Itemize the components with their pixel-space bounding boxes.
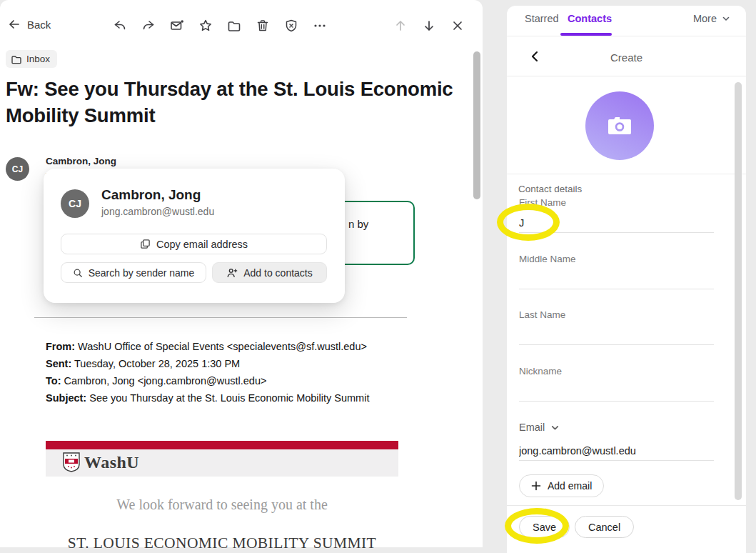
copy-email-button[interactable]: Copy email address [61, 234, 327, 254]
mark-unread-icon[interactable] [168, 16, 186, 35]
field-middle-name: Middle Name [519, 254, 714, 289]
cancel-button[interactable]: Cancel [575, 516, 634, 538]
email-body-title: ST. LOUIS ECONOMIC MOBILITY SUMMIT [31, 534, 413, 552]
search-by-sender-button[interactable]: Search by sender name [61, 262, 206, 283]
brand-red-bar [46, 441, 398, 449]
more-menu-button[interactable]: More [693, 13, 730, 24]
sender-name[interactable]: Cambron, Jong [46, 156, 116, 166]
search-icon [73, 268, 83, 278]
middle-name-label: Middle Name [519, 254, 714, 264]
reply-icon[interactable] [111, 16, 129, 35]
contacts-tabs: Starred Contacts More [507, 6, 746, 36]
app-window: Back [0, 0, 756, 553]
more-options-icon[interactable] [311, 16, 329, 35]
add-to-contacts-label: Add to contacts [243, 267, 313, 279]
mail-toolbar: Back [0, 11, 483, 40]
email-type-label: Email [519, 422, 545, 433]
forwarded-headers: From: WashU Office of Special Events <sp… [46, 338, 369, 407]
back-button[interactable]: Back [7, 17, 51, 31]
field-nickname: Nickname [519, 366, 714, 402]
back-arrow-icon [7, 17, 21, 31]
washu-shield-icon [63, 452, 80, 472]
contact-details-label: Contact details [518, 184, 582, 194]
sender-contact-popup: CJ Cambron, Jong jong.cambron@wustl.edu … [44, 169, 345, 303]
first-name-input[interactable] [519, 214, 714, 233]
notice-clipped-text: n by [348, 218, 368, 230]
nickname-label: Nickname [519, 366, 714, 377]
tab-starred[interactable]: Starred [525, 13, 559, 24]
move-up-icon[interactable] [391, 16, 410, 35]
chevron-down-icon [722, 14, 730, 23]
sender-avatar[interactable]: CJ [6, 157, 29, 181]
add-email-label: Add email [548, 480, 592, 492]
field-email [519, 442, 714, 461]
popup-avatar: CJ [61, 189, 89, 218]
save-button[interactable]: Save [519, 516, 570, 538]
brand-banner: WashU [46, 449, 398, 477]
email-type-dropdown[interactable]: Email [519, 422, 560, 433]
popup-sender-name: Cambron, Jong [101, 187, 201, 203]
folder-chip-label: Inbox [26, 54, 50, 64]
divider [507, 36, 746, 36]
divider [507, 76, 746, 76]
back-label: Back [27, 19, 51, 31]
folder-chip-inbox[interactable]: Inbox [6, 50, 57, 68]
close-icon[interactable] [448, 16, 467, 35]
mail-reading-pane: Back [0, 0, 483, 547]
header-from: From: WashU Office of Special Events <sp… [46, 338, 369, 355]
person-add-icon [226, 267, 238, 279]
plus-icon [531, 481, 541, 491]
move-to-folder-icon[interactable] [225, 16, 243, 35]
create-title: Create [507, 51, 746, 64]
copy-icon [140, 239, 151, 249]
chevron-down-icon [550, 423, 560, 432]
mail-scrollbar[interactable] [473, 51, 480, 199]
search-by-sender-label: Search by sender name [89, 267, 195, 279]
nickname-input[interactable] [519, 382, 714, 402]
field-first-name: First Name [519, 197, 714, 233]
contact-photo-upload[interactable] [585, 91, 654, 160]
last-name-input[interactable] [519, 326, 714, 345]
header-sent: Sent: Tuesday, October 28, 2025 1:30 PM [46, 355, 369, 372]
star-icon[interactable] [196, 16, 215, 35]
middle-name-input[interactable] [519, 270, 714, 289]
first-name-label: First Name [519, 197, 714, 208]
header-to: To: Cambron, Jong <jong.cambron@wustl.ed… [46, 372, 369, 389]
divider [507, 174, 746, 174]
move-down-icon[interactable] [420, 16, 438, 35]
contacts-scrollbar[interactable] [735, 82, 742, 500]
email-input[interactable] [519, 442, 714, 461]
washu-wordmark: WashU [84, 453, 139, 472]
report-spam-icon[interactable] [282, 16, 301, 35]
field-last-name: Last Name [519, 309, 714, 345]
message-divider [34, 317, 407, 318]
tab-contacts[interactable]: Contacts [568, 13, 612, 24]
copy-email-label: Copy email address [156, 239, 248, 250]
header-subject: Subject: See you Thursday at the St. Lou… [46, 389, 369, 407]
forward-icon[interactable] [139, 16, 158, 35]
add-email-button[interactable]: Add email [519, 474, 604, 497]
more-label: More [693, 13, 717, 24]
folder-icon [11, 54, 22, 65]
email-body-intro: We look forward to seeing you at the [46, 497, 398, 513]
email-subject: Fw: See you Thursday at the St. Louis Ec… [6, 76, 463, 129]
contacts-panel: Starred Contacts More Create Contact det… [507, 6, 746, 553]
add-to-contacts-button[interactable]: Add to contacts [212, 262, 327, 283]
last-name-label: Last Name [519, 309, 714, 320]
delete-icon[interactable] [253, 16, 272, 35]
popup-sender-email: jong.cambron@wustl.edu [101, 206, 214, 217]
footer-divider [507, 505, 746, 506]
camera-icon [607, 116, 632, 136]
